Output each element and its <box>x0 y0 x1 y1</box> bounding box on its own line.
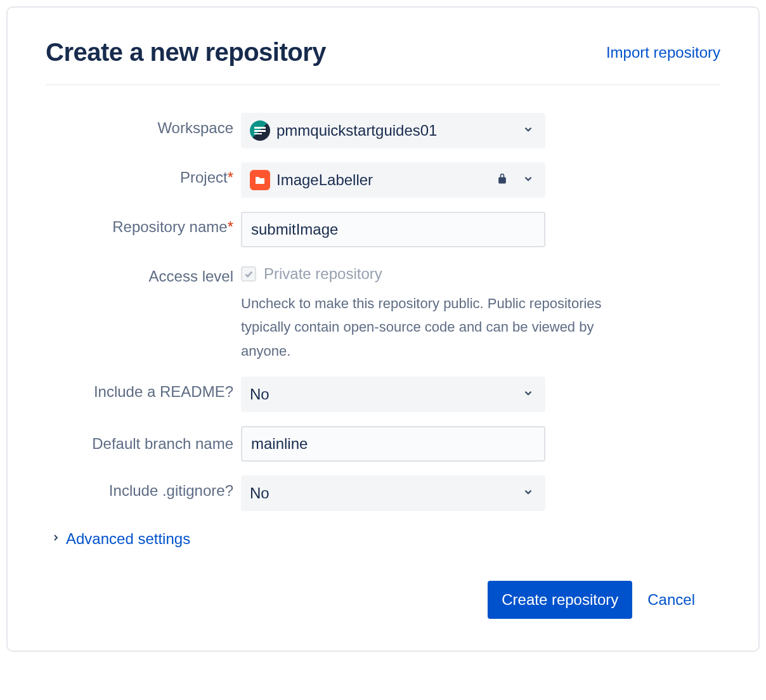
workspace-value: pmmquickstartguides01 <box>276 122 437 139</box>
chevron-right-icon <box>51 533 61 545</box>
import-repository-link[interactable]: Import repository <box>606 44 720 62</box>
svg-rect-1 <box>254 130 266 132</box>
project-row: Project* ImageLabeller <box>46 162 720 198</box>
project-avatar-icon <box>250 170 270 190</box>
gitignore-row: Include .gitignore? No <box>46 476 720 511</box>
default-branch-label: Default branch name <box>46 426 241 455</box>
chevron-down-icon <box>523 124 534 138</box>
project-value: ImageLabeller <box>276 171 373 189</box>
project-label: Project* <box>46 162 241 186</box>
project-select[interactable]: ImageLabeller <box>241 162 545 198</box>
readme-select[interactable]: No <box>241 377 545 412</box>
form-actions: Create repository Cancel <box>46 581 720 619</box>
workspace-select[interactable]: pmmquickstartguides01 <box>241 113 545 148</box>
required-asterisk: * <box>228 218 233 235</box>
svg-rect-0 <box>254 127 266 129</box>
gitignore-value: No <box>250 484 269 502</box>
access-level-help: Uncheck to make this repository public. … <box>241 292 647 363</box>
repo-name-input[interactable] <box>241 212 545 247</box>
chevron-down-icon <box>523 486 534 500</box>
access-level-row: Access level Private repository Uncheck … <box>46 261 720 363</box>
gitignore-label: Include .gitignore? <box>46 476 241 500</box>
advanced-settings-label: Advanced settings <box>66 530 190 548</box>
access-level-label: Access level <box>46 261 241 285</box>
create-repository-button[interactable]: Create repository <box>488 581 632 619</box>
default-branch-input[interactable] <box>241 426 545 462</box>
lock-icon <box>496 172 509 188</box>
repo-name-row: Repository name* <box>46 212 720 247</box>
svg-rect-2 <box>254 133 262 134</box>
gitignore-select[interactable]: No <box>241 476 545 511</box>
create-repo-card: Create a new repository Import repositor… <box>6 6 760 652</box>
private-repo-label: Private repository <box>264 265 382 283</box>
advanced-settings-toggle[interactable]: Advanced settings <box>51 530 720 548</box>
default-branch-row: Default branch name <box>46 426 720 462</box>
chevron-down-icon <box>523 173 534 187</box>
repo-name-label: Repository name* <box>46 212 241 236</box>
required-asterisk: * <box>228 169 233 186</box>
chevron-down-icon <box>523 387 534 401</box>
header: Create a new repository Import repositor… <box>46 38 720 85</box>
readme-row: Include a README? No <box>46 377 720 412</box>
workspace-label: Workspace <box>46 113 241 137</box>
readme-label: Include a README? <box>46 377 241 401</box>
workspace-avatar-icon <box>250 120 270 141</box>
workspace-row: Workspace pmmquickstartguides01 <box>46 113 720 148</box>
page-title: Create a new repository <box>46 38 326 67</box>
cancel-button[interactable]: Cancel <box>647 591 695 609</box>
private-repo-checkbox[interactable] <box>241 266 256 282</box>
readme-value: No <box>250 386 269 403</box>
